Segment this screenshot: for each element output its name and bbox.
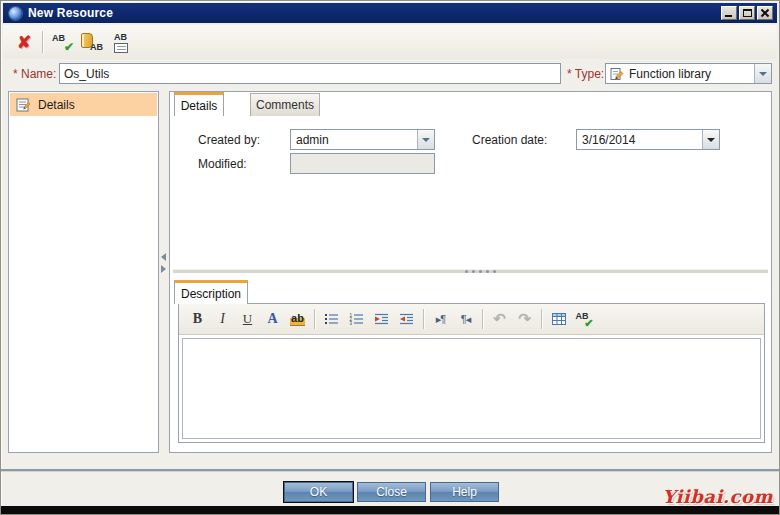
bullet-list-icon — [324, 313, 339, 325]
details-panel: Details Created by: admin Creation date:… — [169, 91, 772, 453]
name-input[interactable] — [59, 63, 561, 84]
underline-icon: U — [243, 311, 252, 327]
highlight-icon: ab — [290, 312, 305, 326]
bold-icon: B — [193, 311, 202, 327]
type-dropdown-button[interactable] — [754, 64, 771, 83]
toolbar-separator — [42, 31, 43, 53]
ok-button[interactable]: OK — [284, 482, 353, 502]
window-controls — [721, 6, 773, 20]
bullet-list-button[interactable] — [319, 308, 344, 331]
bottom-strip — [1, 506, 779, 514]
minimize-icon — [725, 15, 732, 17]
table-icon — [552, 313, 566, 325]
redo-button[interactable]: ↷ — [512, 308, 537, 331]
description-editor: B I U A ab 1 2 — [178, 303, 765, 443]
minimize-button[interactable] — [721, 6, 737, 20]
help-button[interactable]: Help — [430, 482, 499, 502]
watermark: Yiibai.com — [662, 486, 773, 507]
creation-date-label: Creation date: — [472, 133, 547, 147]
ltr-paragraph-button[interactable]: ▸¶ — [428, 308, 453, 331]
description-text-area[interactable] — [182, 338, 761, 439]
redo-icon: ↷ — [518, 310, 531, 328]
main-toolbar: ✘ AB ✔ AB AB — [3, 25, 777, 59]
type-dropdown[interactable]: Function library — [605, 63, 772, 84]
name-label: * Name: — [13, 67, 56, 81]
ltr-paragraph-icon: ▸¶ — [436, 313, 445, 326]
tab-details[interactable]: Details — [174, 92, 224, 116]
spell-check-icon: AB ✔ — [574, 310, 594, 329]
clear-icon: ✘ — [17, 32, 31, 53]
undo-button[interactable]: ↶ — [487, 308, 512, 331]
close-button[interactable] — [757, 6, 773, 20]
app-globe-icon — [9, 7, 22, 20]
footer-divider — [1, 469, 779, 471]
horizontal-splitter[interactable] — [173, 270, 768, 273]
maximize-button[interactable] — [739, 6, 755, 20]
chevron-down-icon — [422, 138, 430, 142]
titlebar: New Resource — [3, 3, 777, 23]
vertical-splitter[interactable] — [159, 91, 169, 453]
editor-separator — [423, 309, 424, 329]
sidebar-item-label: Details — [38, 98, 75, 112]
chevron-down-icon — [707, 138, 715, 142]
editor-spell-check-button[interactable]: AB ✔ — [571, 308, 596, 331]
new-resource-dialog: New Resource ✘ AB ✔ AB AB — [0, 0, 780, 515]
sidebar-item-details[interactable]: Details — [10, 93, 157, 116]
bold-button[interactable]: B — [185, 308, 210, 331]
tab-comments[interactable]: Comments — [250, 93, 320, 116]
tab-description-label: Description — [181, 287, 241, 301]
spelling-options-icon: AB — [113, 33, 131, 53]
close-icon — [758, 7, 772, 19]
chevron-down-icon — [759, 72, 767, 76]
font-color-icon: A — [267, 311, 277, 327]
clear-fields-button[interactable]: ✘ — [11, 30, 37, 55]
outdent-icon — [399, 313, 414, 325]
editor-separator — [314, 309, 315, 329]
outdent-button[interactable] — [394, 308, 419, 331]
type-value: Function library — [624, 67, 754, 81]
editor-toolbar: B I U A ab 1 2 — [179, 304, 764, 335]
numbered-list-button[interactable]: 1 2 3 — [344, 308, 369, 331]
created-by-dropdown-button[interactable] — [417, 130, 434, 149]
tab-details-label: Details — [181, 99, 218, 113]
collapse-left-icon[interactable] — [161, 253, 166, 261]
rtl-paragraph-button[interactable]: ¶◂ — [453, 308, 478, 331]
font-color-button[interactable]: A — [260, 308, 285, 331]
editor-separator — [541, 309, 542, 329]
modified-input — [290, 153, 435, 174]
check-spelling-button[interactable]: AB ✔ — [49, 30, 75, 55]
creation-date-dropdown-button[interactable] — [702, 130, 719, 149]
created-by-label: Created by: — [198, 133, 260, 147]
creation-date-dropdown[interactable]: 3/16/2014 — [576, 129, 720, 150]
type-label: * Type: — [567, 67, 604, 81]
undo-icon: ↶ — [493, 310, 506, 328]
thesaurus-book-icon: AB — [81, 33, 103, 52]
thesaurus-button[interactable]: AB — [79, 30, 105, 55]
indent-icon — [374, 313, 389, 325]
collapse-right-icon[interactable] — [161, 265, 166, 273]
details-list-icon — [16, 98, 31, 112]
editor-separator — [482, 309, 483, 329]
spelling-options-button[interactable]: AB — [109, 30, 135, 55]
spell-check-icon: AB ✔ — [52, 34, 72, 52]
rtl-paragraph-icon: ¶◂ — [461, 313, 470, 326]
sidebar: Details — [8, 91, 159, 453]
splitter-dots-icon — [465, 270, 468, 273]
highlight-button[interactable]: ab — [285, 308, 310, 331]
indent-button[interactable] — [369, 308, 394, 331]
svg-text:3: 3 — [350, 321, 353, 325]
function-library-icon — [610, 67, 624, 81]
created-by-value: admin — [291, 133, 417, 147]
close-dialog-button[interactable]: Close — [357, 482, 426, 502]
tab-comments-label: Comments — [256, 98, 314, 112]
window-title: New Resource — [28, 6, 113, 20]
tab-description[interactable]: Description — [174, 280, 248, 304]
numbered-list-icon: 1 2 3 — [349, 313, 364, 325]
italic-button[interactable]: I — [210, 308, 235, 331]
insert-table-button[interactable] — [546, 308, 571, 331]
creation-date-value: 3/16/2014 — [577, 133, 702, 147]
created-by-dropdown[interactable]: admin — [290, 129, 435, 150]
italic-icon: I — [220, 311, 225, 327]
underline-button[interactable]: U — [235, 308, 260, 331]
modified-label: Modified: — [198, 157, 247, 171]
